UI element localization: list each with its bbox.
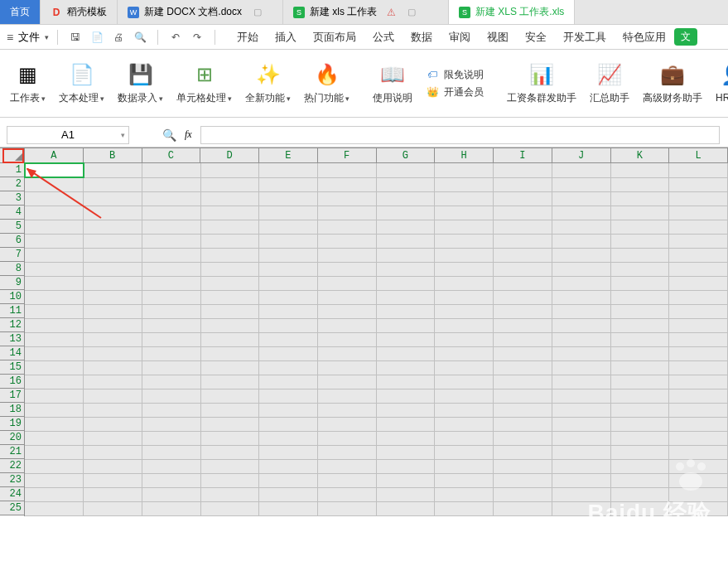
cell-D6[interactable] (200, 234, 259, 248)
cell-K20[interactable] (610, 431, 669, 445)
row-header-12[interactable]: 12 (0, 318, 24, 332)
cell-H6[interactable] (435, 234, 494, 248)
cell-H12[interactable] (435, 318, 494, 332)
cell-F2[interactable] (318, 177, 377, 191)
cell-G3[interactable] (376, 191, 435, 206)
cell-L18[interactable] (669, 403, 728, 417)
cell-H13[interactable] (435, 332, 494, 346)
cell-E25[interactable] (259, 501, 318, 515)
cell-F5[interactable] (318, 220, 377, 234)
cell-I9[interactable] (494, 276, 552, 290)
cell-C5[interactable] (142, 220, 200, 234)
cell-K1[interactable] (610, 163, 669, 177)
formula-input[interactable] (200, 126, 720, 144)
cell-H8[interactable] (435, 262, 494, 276)
cell-A21[interactable] (25, 445, 84, 459)
cell-J13[interactable] (552, 332, 610, 346)
row-header-19[interactable]: 19 (0, 417, 24, 431)
row-header-17[interactable]: 17 (0, 389, 24, 403)
cell-B1[interactable] (84, 163, 142, 177)
row-header-21[interactable]: 21 (0, 445, 24, 459)
cell-L6[interactable] (669, 234, 728, 248)
cell-D16[interactable] (200, 375, 259, 389)
cell-B17[interactable] (84, 389, 142, 403)
cell-I12[interactable] (494, 318, 552, 332)
cell-G20[interactable] (376, 431, 435, 445)
cell-A9[interactable] (25, 276, 84, 290)
row-header-16[interactable]: 16 (0, 375, 24, 389)
cell-C16[interactable] (142, 375, 200, 389)
cell-I16[interactable] (494, 375, 552, 389)
menu-view[interactable]: 视图 (487, 30, 509, 45)
cell-E5[interactable] (259, 220, 318, 234)
cell-H18[interactable] (435, 403, 494, 417)
cell-F25[interactable] (318, 501, 377, 515)
row-header-25[interactable]: 25 (0, 501, 24, 515)
cell-E19[interactable] (259, 417, 318, 431)
cell-H24[interactable] (435, 487, 494, 501)
cell-H1[interactable] (435, 163, 494, 177)
cell-G11[interactable] (376, 304, 435, 318)
cell-D22[interactable] (200, 459, 259, 473)
col-header-I[interactable]: I (494, 148, 552, 162)
cell-F9[interactable] (318, 276, 377, 290)
cell-G14[interactable] (376, 346, 435, 360)
col-header-L[interactable]: L (669, 148, 728, 162)
cell-D24[interactable] (200, 487, 259, 501)
cell-L7[interactable] (669, 248, 728, 262)
cell-I17[interactable] (494, 389, 552, 403)
cell-F19[interactable] (318, 417, 377, 431)
cell-L23[interactable] (669, 473, 728, 487)
cell-L17[interactable] (669, 389, 728, 403)
cell-E15[interactable] (259, 360, 318, 375)
cell-I18[interactable] (494, 403, 552, 417)
cell-A22[interactable] (25, 459, 84, 473)
cell-I13[interactable] (494, 332, 552, 346)
cell-G8[interactable] (376, 262, 435, 276)
cell-J16[interactable] (552, 375, 610, 389)
cell-K12[interactable] (610, 318, 669, 332)
cell-G25[interactable] (376, 501, 435, 515)
menu-page-layout[interactable]: 页面布局 (313, 30, 356, 45)
cell-F18[interactable] (318, 403, 377, 417)
cell-K17[interactable] (610, 389, 669, 403)
cell-A11[interactable] (25, 304, 84, 318)
cell-F15[interactable] (318, 360, 377, 375)
cell-I5[interactable] (494, 220, 552, 234)
cell-E9[interactable] (259, 276, 318, 290)
row-header-13[interactable]: 13 (0, 332, 24, 346)
cell-G18[interactable] (376, 403, 435, 417)
cell-I4[interactable] (494, 206, 552, 220)
row-header-23[interactable]: 23 (0, 473, 24, 487)
cell-L25[interactable] (669, 501, 728, 515)
cell-C18[interactable] (142, 403, 200, 417)
cell-C7[interactable] (142, 248, 200, 262)
cell-C10[interactable] (142, 290, 200, 304)
row-header-14[interactable]: 14 (0, 346, 24, 360)
menu-dev-tools[interactable]: 开发工具 (563, 30, 606, 45)
file-menu[interactable]: 文件 (18, 30, 40, 45)
fx-label[interactable]: fx (185, 128, 192, 141)
cell-J6[interactable] (552, 234, 610, 248)
cell-I19[interactable] (494, 417, 552, 431)
open-member-button[interactable]: 👑开通会员 (426, 85, 484, 99)
cell-E3[interactable] (259, 191, 318, 206)
cell-H14[interactable] (435, 346, 494, 360)
cell-B20[interactable] (84, 431, 142, 445)
cell-K15[interactable] (610, 360, 669, 375)
cell-D2[interactable] (200, 177, 259, 191)
cell-C1[interactable] (142, 163, 200, 177)
cell-K2[interactable] (610, 177, 669, 191)
cell-E11[interactable] (259, 304, 318, 318)
cell-L8[interactable] (669, 262, 728, 276)
ribbon-finance[interactable]: 💼高级财务助手 (636, 61, 709, 105)
cell-B2[interactable] (84, 177, 142, 191)
cell-D15[interactable] (200, 360, 259, 375)
cell-C24[interactable] (142, 487, 200, 501)
cell-B15[interactable] (84, 360, 142, 375)
col-header-G[interactable]: G (377, 148, 436, 162)
cell-E14[interactable] (259, 346, 318, 360)
cell-L5[interactable] (669, 220, 728, 234)
cell-F24[interactable] (318, 487, 377, 501)
cell-J25[interactable] (552, 501, 610, 515)
